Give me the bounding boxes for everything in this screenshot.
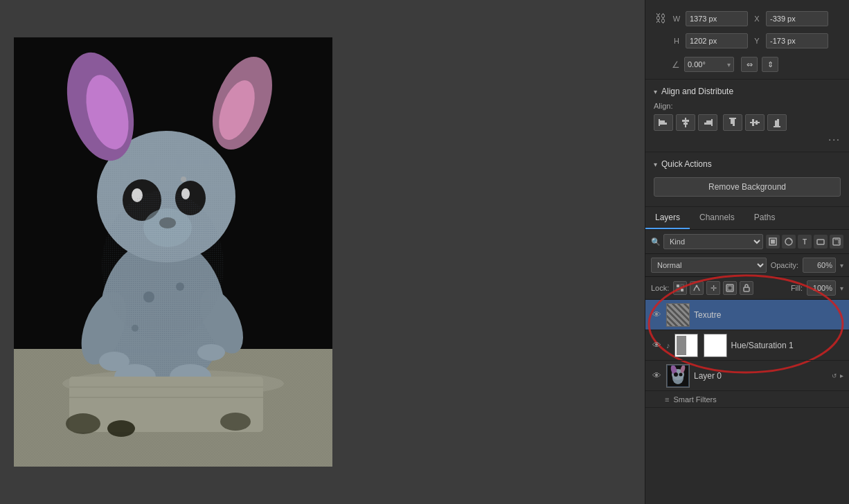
layer0-scroll-icon[interactable]: ▸ [840, 372, 843, 379]
align-section: ▾ Align and Distribute Align: [645, 80, 849, 152]
search-icon: 🔍 [651, 237, 661, 246]
texutre-thumbnail [666, 303, 690, 327]
opacity-arrow[interactable]: ▾ [840, 262, 843, 269]
svg-point-66 [696, 285, 698, 287]
more-dots-btn[interactable]: ··· [828, 134, 841, 145]
tab-channels[interactable]: Channels [690, 207, 744, 229]
lock-icons: ✛ [673, 281, 787, 295]
svg-rect-54 [774, 126, 780, 127]
svg-point-36 [107, 420, 135, 437]
canvas-area [0, 0, 645, 504]
svg-point-35 [66, 413, 100, 434]
texutre-visibility-icon[interactable]: 👁 [651, 309, 662, 320]
quick-actions-chevron: ▾ [654, 161, 657, 168]
x-label: X [752, 15, 762, 23]
layer0-thumbnail [666, 364, 690, 388]
opacity-label: Opacity: [771, 261, 798, 269]
filter-type-icon[interactable]: T [798, 235, 812, 249]
texutre-layer-name: Texutre [694, 310, 843, 320]
angle-icon: ∠ [672, 60, 680, 70]
layer-row-layer0[interactable]: 👁 Layer 0 ↺ ▸ [645, 361, 849, 391]
svg-rect-72 [677, 336, 686, 355]
flip-vertical-btn[interactable]: ⇕ [762, 57, 778, 72]
svg-rect-56 [777, 119, 779, 126]
align-buttons-row [645, 114, 849, 131]
width-label: W [672, 15, 681, 23]
lock-move-btn[interactable]: ✛ [706, 281, 720, 295]
right-panel: ⛓ W X H Y ∠ ▾ [645, 0, 849, 504]
layers-panel: Layers Channels Paths 🔍 Kind Name Effect… [645, 207, 849, 504]
svg-rect-46 [706, 120, 711, 123]
lock-all-btn[interactable] [740, 281, 753, 295]
fill-input[interactable] [807, 280, 836, 296]
tab-layers[interactable]: Layers [645, 207, 690, 229]
kind-select[interactable]: Kind Name Effect Mode Attribute Color Sm… [663, 234, 763, 249]
svg-rect-64 [677, 289, 679, 291]
hue-sat-visibility-icon[interactable]: 👁 [651, 340, 662, 350]
svg-rect-58 [771, 240, 775, 244]
more-options-area: ··· [645, 134, 849, 145]
height-input[interactable] [686, 33, 748, 48]
align-top-btn[interactable] [723, 114, 742, 131]
align-right-btn[interactable] [698, 114, 717, 131]
lock-pixels-btn[interactable] [673, 281, 687, 295]
hue-sat-layer-name: Hue/Saturation 1 [731, 341, 844, 350]
lock-artboard-btn[interactable] [723, 281, 737, 295]
filter-adjustment-icon[interactable] [782, 235, 796, 249]
align-section-header[interactable]: ▾ Align and Distribute [645, 80, 849, 102]
angle-input[interactable] [688, 60, 726, 69]
svg-rect-55 [775, 120, 777, 126]
svg-rect-63 [681, 285, 683, 287]
smart-filters-row[interactable]: ≡ Smart Filters [645, 391, 849, 408]
properties-section: ⛓ W X H Y ∠ ▾ [645, 0, 849, 80]
layer-row-texutre[interactable]: 👁 Texutre [645, 300, 849, 330]
flip-horizontal-btn[interactable]: ⇔ [741, 57, 758, 72]
hue-sat-link-icon: ♪ [666, 341, 670, 350]
layer0-smart-icon: ↺ [832, 372, 837, 379]
y-input[interactable] [766, 33, 828, 48]
svg-point-25 [197, 344, 225, 361]
layer-row-hue-saturation[interactable]: 👁 ♪ Hue/Saturation 1 [645, 330, 849, 361]
svg-rect-53 [756, 120, 758, 125]
blend-opacity-row: Normal Dissolve Multiply Screen Overlay … [645, 254, 849, 277]
svg-rect-41 [660, 123, 667, 125]
align-center-h-btn[interactable] [676, 114, 695, 131]
remove-background-button[interactable]: Remove Background [654, 177, 841, 197]
svg-rect-39 [659, 119, 660, 126]
svg-rect-43 [682, 120, 689, 122]
x-input[interactable] [766, 11, 828, 26]
align-center-v-btn[interactable] [745, 114, 765, 131]
tab-paths[interactable]: Paths [744, 207, 785, 229]
fill-arrow[interactable]: ▾ [840, 285, 843, 292]
svg-rect-40 [660, 120, 665, 123]
layer0-visibility-icon[interactable]: 👁 [651, 370, 662, 381]
align-left-btn[interactable] [654, 114, 673, 131]
svg-rect-51 [750, 122, 760, 123]
layer0-icons-right: ↺ ▸ [832, 372, 843, 379]
canvas-image-container [14, 37, 332, 467]
svg-rect-44 [683, 123, 688, 125]
svg-rect-69 [744, 287, 749, 291]
link-icon: ⛓ [655, 12, 666, 25]
opacity-input[interactable] [803, 258, 836, 273]
filter-smart-icon[interactable] [830, 235, 843, 249]
align-bottom-btn[interactable] [767, 114, 787, 131]
blend-mode-select[interactable]: Normal Dissolve Multiply Screen Overlay … [651, 258, 767, 273]
filter-shape-icon[interactable] [814, 235, 828, 249]
layers-tabs: Layers Channels Paths [645, 207, 849, 230]
width-input[interactable] [686, 11, 748, 26]
hue-sat-mask-thumbnail [704, 334, 727, 357]
quick-actions-title: Quick Actions [661, 159, 712, 169]
lock-paint-btn[interactable] [690, 281, 704, 295]
filter-pixel-icon[interactable] [766, 235, 780, 249]
layer0-layer-name: Layer 0 [694, 371, 828, 381]
angle-input-wrap[interactable]: ▾ [684, 57, 734, 72]
quick-actions-section: ▾ Quick Actions Remove Background [645, 152, 849, 207]
align-chevron: ▾ [654, 88, 657, 96]
align-section-title: Align and Distribute [661, 87, 733, 96]
smart-filter-label: Smart Filters [673, 395, 716, 404]
quick-actions-header[interactable]: ▾ Quick Actions [645, 152, 849, 174]
svg-rect-60 [817, 240, 824, 244]
svg-rect-52 [752, 119, 754, 126]
hue-sat-thumbnail [674, 334, 698, 357]
